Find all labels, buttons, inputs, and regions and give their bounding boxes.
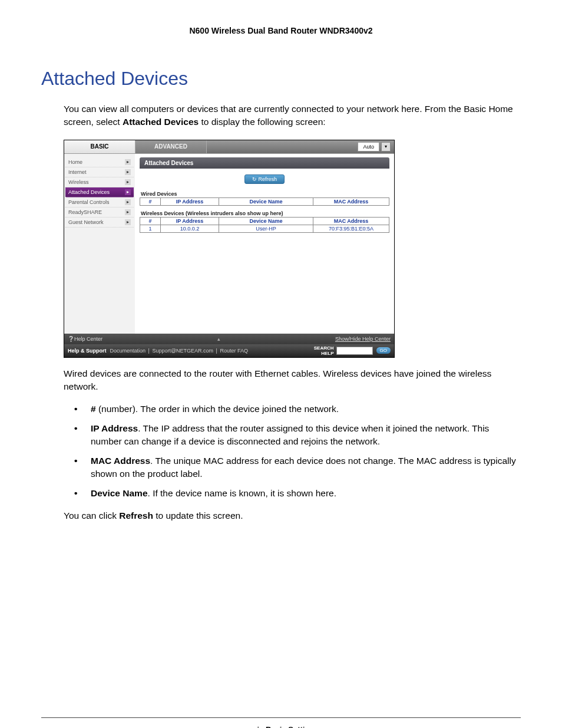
chevron-right-icon: ▸ bbox=[125, 169, 131, 175]
go-button[interactable]: GO bbox=[376, 347, 391, 354]
closing-post: to update this screen. bbox=[153, 510, 243, 521]
sidebar-item-wireless[interactable]: Wireless▸ bbox=[65, 177, 134, 187]
refresh-label: Refresh bbox=[259, 176, 277, 182]
bullet-label: Device Name bbox=[91, 488, 148, 498]
sidebar-item-label: Parental Controls bbox=[68, 199, 110, 205]
closing-bold: Refresh bbox=[119, 510, 153, 521]
col-dev: Device Name bbox=[219, 217, 313, 225]
footer-bar: Help & Support Documentation | Support@N… bbox=[64, 344, 394, 357]
sidebar-item-attached-devices[interactable]: Attached Devices▸ bbox=[65, 187, 134, 197]
tab-advanced[interactable]: ADVANCED bbox=[135, 140, 207, 153]
col-num: # bbox=[140, 217, 161, 225]
chevron-right-icon: ▸ bbox=[125, 219, 131, 225]
chevron-right-icon: ▸ bbox=[125, 179, 131, 185]
intro-paragraph: You can view all computers or devices th… bbox=[64, 103, 521, 129]
chevron-right-icon: ▸ bbox=[125, 189, 131, 195]
sidebar-item-home[interactable]: Home▸ bbox=[65, 157, 134, 167]
sidebar: Home▸Internet▸Wireless▸Attached Devices▸… bbox=[64, 154, 135, 334]
tab-basic[interactable]: BASIC bbox=[64, 140, 135, 153]
chevron-down-icon[interactable]: ▾ bbox=[381, 142, 391, 151]
col-ip: IP Address bbox=[161, 217, 219, 225]
help-center-bar: ❔ Help Center ▴ Show/Hide Help Center bbox=[64, 334, 394, 344]
search-input[interactable] bbox=[336, 347, 373, 355]
refresh-button[interactable]: ↻ Refresh bbox=[244, 174, 285, 184]
cell-ip: 10.0.0.2 bbox=[161, 225, 219, 232]
doc-header: N600 Wireless Dual Band Router WNDR3400v… bbox=[41, 26, 521, 35]
bullet-label: # bbox=[91, 404, 96, 414]
link-router-faq[interactable]: Router FAQ bbox=[220, 348, 248, 354]
wired-devices-label: Wired Devices bbox=[141, 191, 389, 197]
sidebar-item-label: Wireless bbox=[68, 179, 89, 185]
cell-dev: User-HP bbox=[219, 225, 313, 232]
sidebar-item-readyshare[interactable]: ReadySHARE▸ bbox=[65, 207, 134, 218]
after-figure-paragraph: Wired devices are connected to the route… bbox=[64, 367, 521, 394]
bullet-number: # (number). The order in which the devic… bbox=[74, 403, 521, 416]
page-footer: genie Basic Settings 25 bbox=[41, 717, 521, 728]
sidebar-item-label: Home bbox=[68, 159, 82, 165]
link-support-email[interactable]: Support@NETGEAR.com bbox=[152, 348, 213, 354]
language-value: Auto bbox=[358, 142, 379, 151]
main-panel: Attached Devices ↻ Refresh Wired Devices… bbox=[135, 154, 394, 334]
bullet-text: . The IP address that the router assigne… bbox=[91, 423, 489, 446]
bullet-text: . If the device name is known, it is sho… bbox=[148, 488, 337, 498]
collapse-icon[interactable]: ▴ bbox=[103, 336, 335, 342]
sidebar-item-label: Internet bbox=[68, 169, 87, 175]
link-documentation[interactable]: Documentation bbox=[110, 348, 146, 354]
language-selector[interactable]: Auto ▾ bbox=[354, 140, 394, 153]
help-support-label: Help & Support bbox=[68, 348, 107, 354]
chevron-right-icon: ▸ bbox=[125, 159, 131, 165]
bullet-device-name: Device Name. If the device name is known… bbox=[74, 487, 521, 500]
bullet-label: MAC Address bbox=[91, 456, 150, 466]
sidebar-item-parental-controls[interactable]: Parental Controls▸ bbox=[65, 197, 134, 207]
chevron-right-icon: ▸ bbox=[125, 209, 131, 215]
field-definitions-list: # (number). The order in which the devic… bbox=[74, 403, 521, 500]
sidebar-item-label: Attached Devices bbox=[68, 189, 110, 195]
top-spacer bbox=[207, 140, 354, 153]
section-title: Attached Devices bbox=[41, 68, 521, 90]
show-hide-help-link[interactable]: Show/Hide Help Center bbox=[335, 336, 391, 342]
bullet-mac-address: MAC Address. The unique MAC address for … bbox=[74, 454, 521, 481]
closing-paragraph: You can click Refresh to update this scr… bbox=[64, 509, 521, 522]
bullet-label: IP Address bbox=[91, 423, 138, 433]
closing-pre: You can click bbox=[64, 510, 119, 521]
bullet-text: . The unique MAC address for each device… bbox=[91, 456, 516, 479]
chevron-right-icon: ▸ bbox=[125, 199, 131, 205]
sidebar-item-guest-network[interactable]: Guest Network▸ bbox=[65, 218, 134, 228]
sidebar-item-label: ReadySHARE bbox=[68, 209, 102, 215]
col-mac: MAC Address bbox=[313, 217, 389, 225]
help-center-label: Help Center bbox=[74, 336, 103, 342]
table-row: 110.0.0.2User-HP70:F3:95:B1:E0:5A bbox=[140, 225, 389, 232]
footer-chapter: genie Basic Settings bbox=[41, 725, 521, 728]
cell-mac: 70:F3:95:B1:E0:5A bbox=[313, 225, 389, 232]
bullet-text: (number). The order in which the device … bbox=[96, 404, 339, 414]
intro-bold: Attached Devices bbox=[123, 117, 199, 127]
panel-title: Attached Devices bbox=[140, 157, 389, 169]
wired-devices-table: # IP Address Device Name MAC Address bbox=[140, 197, 389, 206]
sidebar-item-internet[interactable]: Internet▸ bbox=[65, 167, 134, 177]
col-ip: IP Address bbox=[161, 197, 219, 205]
col-mac: MAC Address bbox=[313, 197, 389, 205]
search-help-label: SEARCHHELP bbox=[314, 345, 336, 356]
wireless-devices-table: # IP Address Device Name MAC Address 110… bbox=[140, 217, 389, 233]
sidebar-item-label: Guest Network bbox=[68, 219, 104, 225]
cell-num: 1 bbox=[140, 225, 161, 232]
help-info-icon: ❔ bbox=[68, 336, 74, 342]
intro-p2: to display the following screen: bbox=[199, 117, 325, 127]
router-ui-screenshot: BASIC ADVANCED Auto ▾ Home▸Internet▸Wire… bbox=[64, 140, 395, 358]
wireless-devices-label: Wireless Devices (Wireless intruders als… bbox=[141, 210, 389, 216]
col-dev: Device Name bbox=[219, 197, 313, 205]
col-num: # bbox=[140, 197, 161, 205]
bullet-ip-address: IP Address. The IP address that the rout… bbox=[74, 422, 521, 449]
